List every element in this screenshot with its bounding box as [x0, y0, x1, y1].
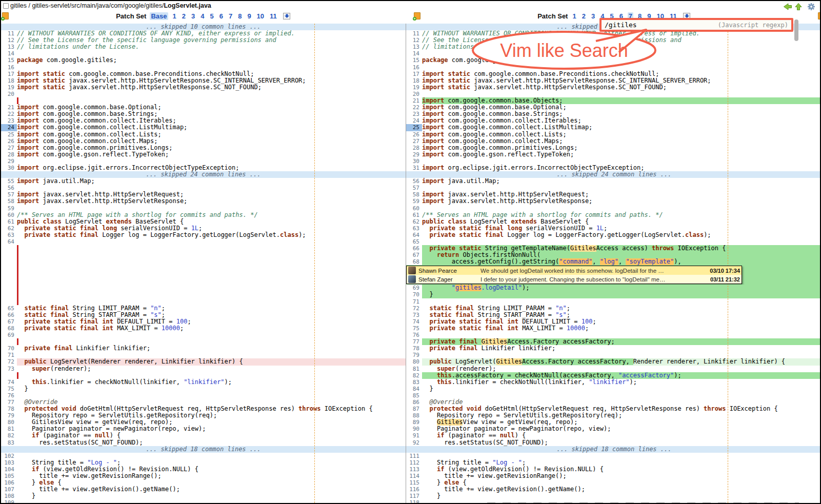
line-number[interactable]: 63 — [406, 225, 422, 232]
line-number[interactable]: 59 — [1, 205, 17, 212]
line-number[interactable]: 76 — [406, 332, 422, 338]
line-number[interactable]: 11 — [1, 30, 17, 37]
line-number[interactable]: 106 — [1, 479, 17, 486]
line-number[interactable]: 78 — [406, 345, 422, 352]
patch-set-option-4[interactable]: 4 — [199, 12, 205, 20]
line-number[interactable] — [1, 258, 17, 265]
line-number[interactable]: 57 — [406, 185, 422, 191]
skipped-lines-bar[interactable]: ... skipped 18 common lines ... — [1, 446, 406, 453]
breadcrumb-path[interactable]: gitiles / gitiles-servlet/src/main/java/… — [10, 2, 164, 9]
line-number[interactable]: 75 — [1, 386, 17, 392]
line-number[interactable]: 65 — [406, 238, 422, 245]
line-number[interactable]: 63 — [1, 232, 17, 238]
line-number[interactable]: 55 — [1, 178, 17, 185]
line-number[interactable] — [1, 372, 17, 379]
patch-set-option-10[interactable]: 10 — [256, 12, 265, 20]
line-number[interactable]: 87 — [406, 406, 422, 412]
line-number[interactable]: 83 — [406, 379, 422, 386]
line-number[interactable]: 90 — [406, 426, 422, 432]
line-number[interactable]: 22 — [1, 111, 17, 117]
line-number[interactable]: 26 — [1, 138, 17, 145]
line-number[interactable]: 27 — [1, 145, 17, 151]
line-number[interactable]: 20 — [1, 91, 17, 97]
line-number[interactable] — [1, 265, 17, 285]
line-number[interactable]: 80 — [406, 358, 422, 365]
line-number[interactable]: 17 — [406, 71, 422, 77]
line-number[interactable]: 64 — [1, 238, 17, 245]
line-number[interactable]: 19 — [406, 84, 422, 91]
line-number[interactable]: 28 — [406, 145, 422, 151]
settings-gear-icon[interactable] — [807, 2, 816, 11]
line-number[interactable]: 17 — [1, 71, 17, 77]
line-number[interactable]: 71 — [406, 298, 422, 305]
line-number[interactable] — [1, 338, 17, 345]
line-number[interactable]: 62 — [406, 218, 422, 225]
line-number[interactable]: 12 — [1, 37, 17, 44]
line-number[interactable]: 59 — [406, 198, 422, 205]
patch-set-option-8[interactable]: 8 — [237, 12, 243, 20]
line-number[interactable] — [1, 285, 17, 291]
line-number[interactable]: 102 — [1, 453, 17, 459]
line-number[interactable]: 72 — [406, 305, 422, 312]
line-number[interactable]: 24 — [406, 117, 422, 124]
line-number[interactable]: 80 — [1, 419, 17, 426]
line-number[interactable]: 31 — [406, 165, 422, 171]
up-to-change-arrow-icon[interactable] — [794, 3, 803, 11]
line-number[interactable]: 113 — [406, 466, 422, 473]
line-number[interactable]: 112 — [406, 459, 422, 466]
line-number[interactable]: 70 — [406, 291, 422, 298]
line-number[interactable]: 58 — [1, 198, 17, 205]
line-number[interactable]: 73 — [1, 366, 17, 372]
line-number[interactable]: 22 — [406, 104, 422, 111]
line-number[interactable]: 91 — [406, 432, 422, 439]
line-number[interactable]: 26 — [406, 131, 422, 138]
line-number[interactable]: 30 — [1, 165, 17, 171]
line-number[interactable]: 68 — [406, 258, 422, 265]
file-icon[interactable]: + — [414, 12, 420, 19]
line-number[interactable]: 68 — [1, 325, 17, 332]
line-number[interactable]: 13 — [1, 44, 17, 50]
file-icon[interactable]: + — [2, 12, 9, 19]
line-number[interactable]: 117 — [406, 493, 422, 499]
patch-set-option-2[interactable]: 2 — [181, 12, 187, 20]
line-number[interactable]: 74 — [406, 318, 422, 325]
line-number[interactable]: 66 — [1, 312, 17, 318]
line-number[interactable]: 14 — [1, 50, 17, 57]
patch-set-option-11[interactable]: 11 — [269, 12, 278, 20]
line-number[interactable]: 65 — [1, 305, 17, 312]
line-number[interactable]: 79 — [406, 352, 422, 358]
line-number[interactable] — [1, 97, 17, 104]
patch-set-option-2[interactable]: 2 — [581, 12, 587, 20]
line-number[interactable]: 56 — [406, 178, 422, 185]
line-number[interactable]: 62 — [1, 225, 17, 232]
skipped-lines-bar[interactable]: ... skipped 24 common lines ... — [1, 171, 406, 178]
skipped-lines-bar[interactable]: ... skipped 24 common lines ... — [406, 171, 821, 178]
line-number[interactable]: 70 — [1, 345, 17, 352]
scrollbar-thumb[interactable] — [794, 19, 798, 41]
line-number[interactable]: 116 — [406, 486, 422, 493]
comment-row[interactable]: Stefan ZagerI defer to your judgement. C… — [407, 275, 742, 284]
search-query[interactable]: /gitiles — [605, 21, 718, 29]
line-number[interactable]: 27 — [406, 138, 422, 145]
line-number[interactable]: 74 — [1, 379, 17, 386]
line-number[interactable]: 72 — [1, 358, 17, 365]
line-number[interactable]: 15 — [406, 57, 422, 64]
patch-set-option-3[interactable]: 3 — [190, 12, 196, 20]
line-number[interactable] — [1, 252, 17, 258]
line-number[interactable]: 18 — [1, 77, 17, 84]
line-number[interactable] — [1, 291, 17, 298]
line-number[interactable]: 30 — [406, 158, 422, 165]
line-number[interactable]: 92 — [406, 439, 422, 446]
line-number[interactable]: 85 — [406, 392, 422, 399]
line-number[interactable]: 107 — [1, 486, 17, 493]
line-number[interactable]: 18 — [406, 77, 422, 84]
line-number[interactable]: 114 — [406, 473, 422, 479]
line-number[interactable]: 67 — [406, 252, 422, 258]
line-number[interactable]: 61 — [1, 218, 17, 225]
line-number[interactable]: 109 — [1, 499, 17, 504]
line-number[interactable]: 88 — [406, 412, 422, 419]
line-number[interactable]: 118 — [406, 499, 422, 504]
skipped-lines-bar[interactable]: ... skipped 10 common lines ... — [1, 24, 406, 30]
line-number[interactable]: 60 — [406, 205, 422, 212]
line-number[interactable]: 23 — [406, 111, 422, 117]
